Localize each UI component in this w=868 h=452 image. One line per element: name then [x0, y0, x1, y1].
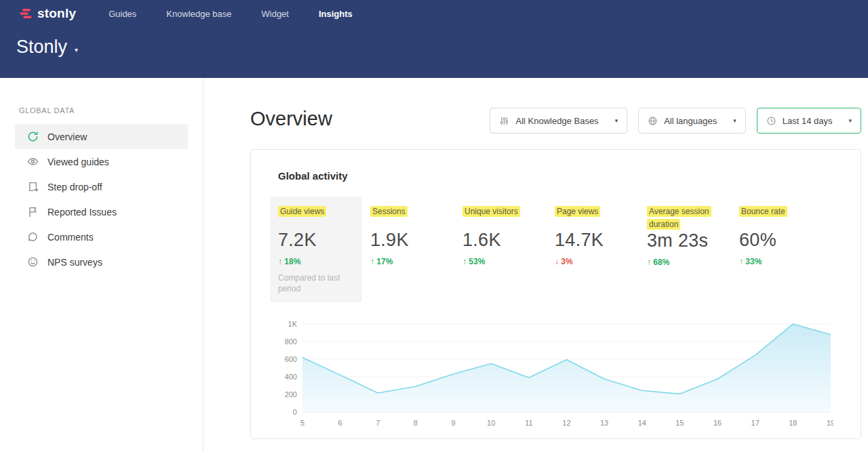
- svg-text:16: 16: [713, 419, 722, 427]
- filter-label: Last 14 days: [783, 116, 833, 126]
- chevron-down-icon: ▾: [848, 117, 852, 124]
- svg-text:800: 800: [285, 337, 297, 346]
- metric-page-views[interactable]: Page views 14.7K ↓ 3%: [547, 197, 639, 274]
- topnav-items: GuidesKnowledge baseWidgetInsights: [108, 9, 353, 19]
- svg-text:10: 10: [487, 419, 495, 427]
- metric-bounce-rate[interactable]: Bounce rate 60% ↑ 33%: [731, 197, 823, 274]
- metric-label: Page views: [555, 206, 600, 217]
- sliders-icon: [499, 116, 509, 126]
- topnav-item-guides[interactable]: Guides: [108, 9, 136, 19]
- svg-text:15: 15: [675, 419, 684, 427]
- trend-arrow-icon: ↑: [278, 257, 282, 266]
- smiley-icon: [27, 256, 39, 268]
- svg-text:5: 5: [300, 419, 304, 427]
- svg-text:0: 0: [293, 408, 297, 416]
- sidebar-item-comments[interactable]: Comments: [15, 224, 188, 249]
- svg-text:12: 12: [562, 419, 570, 427]
- globe-icon: [648, 116, 658, 126]
- sidebar-item-label: Comments: [47, 232, 94, 243]
- activity-area-chart: 02004006008001K5678910111213141516171819: [278, 320, 833, 430]
- main-header-row: Overview All Knowledge Bases ▾ All langu…: [250, 108, 861, 133]
- page-body: GLOBAL DATA Overview Viewed guides Step …: [0, 78, 868, 452]
- trend-arrow-icon: ↑: [647, 258, 651, 267]
- metric-label: Guide views: [278, 206, 326, 217]
- svg-text:19: 19: [827, 419, 833, 427]
- comment-icon: [27, 231, 39, 243]
- page-title: Overview: [250, 108, 332, 130]
- svg-text:9: 9: [452, 419, 456, 427]
- workspace-name: Stonly: [16, 37, 67, 58]
- metric-change: ↑ 33%: [739, 257, 815, 266]
- global-data-section-label: GLOBAL DATA: [0, 106, 203, 115]
- filter-last-14-days[interactable]: Last 14 days ▾: [757, 108, 861, 133]
- metric-label: Average session duration: [647, 206, 711, 230]
- chevron-down-icon: ▾: [733, 117, 736, 124]
- metric-sessions[interactable]: Sessions 1.9K ↑ 17%: [362, 197, 454, 274]
- metric-value: 3m 23s: [647, 230, 723, 251]
- svg-text:17: 17: [751, 419, 760, 427]
- sidebar-item-label: Overview: [47, 131, 87, 142]
- metric-change: ↑ 53%: [462, 257, 538, 266]
- svg-text:13: 13: [600, 419, 608, 427]
- workspace-switcher[interactable]: Stonly ▾: [0, 27, 78, 58]
- metrics-row: Guide views 7.2K ↑ 18% Compared to last …: [270, 197, 833, 302]
- chevron-down-icon: ▾: [615, 117, 618, 124]
- svg-text:11: 11: [525, 419, 532, 427]
- metric-change: ↓ 3%: [555, 257, 631, 266]
- filter-label: All Knowledge Bases: [515, 116, 598, 126]
- sidebar-item-overview[interactable]: Overview: [15, 124, 188, 149]
- svg-text:600: 600: [285, 355, 297, 363]
- metric-value: 7.2K: [278, 230, 354, 251]
- svg-text:400: 400: [285, 373, 297, 381]
- svg-text:6: 6: [338, 419, 342, 427]
- sidebar: GLOBAL DATA Overview Viewed guides Step …: [0, 78, 203, 452]
- metric-value: 60%: [739, 230, 815, 251]
- metric-guide-views[interactable]: Guide views 7.2K ↑ 18% Compared to last …: [270, 197, 362, 302]
- stonly-logo[interactable]: stonly: [19, 6, 76, 21]
- sidebar-item-reported-issues[interactable]: Reported Issues: [15, 199, 188, 224]
- main-content: Overview All Knowledge Bases ▾ All langu…: [203, 78, 868, 452]
- sidebar-item-label: NPS surveys: [47, 257, 102, 268]
- sidebar-items: Overview Viewed guides Step drop-off Rep…: [0, 124, 203, 274]
- metric-label: Sessions: [370, 206, 408, 217]
- clock-icon: [766, 116, 776, 126]
- metric-note: Compared to last period: [278, 272, 349, 294]
- global-activity-card: Global activity Guide views 7.2K ↑ 18% C…: [250, 149, 861, 439]
- metric-change: ↑ 68%: [647, 258, 723, 267]
- sidebar-item-label: Step drop-off: [47, 182, 102, 192]
- step-dropoff-icon: [27, 181, 39, 192]
- metric-change: ↑ 17%: [370, 257, 446, 266]
- sidebar-item-step-drop-off[interactable]: Step drop-off: [15, 174, 188, 199]
- svg-text:18: 18: [789, 419, 797, 427]
- filters: All Knowledge Bases ▾ All languages ▾ La…: [490, 108, 861, 133]
- stonly-logo-icon: [19, 7, 33, 20]
- sidebar-item-nps-surveys[interactable]: NPS surveys: [15, 249, 188, 274]
- filter-all-knowledge-bases[interactable]: All Knowledge Bases ▾: [490, 108, 627, 133]
- metric-unique-visitors[interactable]: Unique visitors 1.6K ↑ 53%: [454, 197, 547, 274]
- top-navigation: stonly GuidesKnowledge baseWidgetInsight…: [0, 0, 868, 27]
- svg-text:14: 14: [638, 419, 646, 427]
- chevron-down-icon: ▾: [75, 46, 78, 54]
- trend-arrow-icon: ↑: [462, 257, 467, 266]
- metric-value: 1.6K: [462, 230, 538, 251]
- filter-label: All languages: [664, 116, 717, 126]
- topnav-item-insights[interactable]: Insights: [319, 9, 353, 19]
- topnav-item-knowledge-base[interactable]: Knowledge base: [166, 9, 231, 19]
- sidebar-item-label: Viewed guides: [47, 157, 109, 167]
- sidebar-item-viewed-guides[interactable]: Viewed guides: [15, 149, 188, 174]
- eye-icon: [27, 156, 39, 167]
- svg-text:1K: 1K: [288, 320, 298, 328]
- metric-average-session-duration[interactable]: Average session duration 3m 23s ↑ 68%: [639, 197, 731, 275]
- metric-label: Bounce rate: [739, 206, 787, 217]
- card-title: Global activity: [278, 170, 833, 182]
- trend-arrow-icon: ↑: [739, 257, 743, 266]
- activity-chart: 02004006008001K5678910111213141516171819: [278, 320, 833, 432]
- topnav-item-widget[interactable]: Widget: [262, 9, 289, 19]
- overview-icon: [27, 131, 39, 142]
- metric-change: ↑ 18%: [278, 257, 354, 266]
- svg-text:200: 200: [285, 390, 297, 398]
- filter-all-languages[interactable]: All languages ▾: [638, 108, 746, 133]
- logo-text: stonly: [37, 6, 76, 21]
- sidebar-item-label: Reported Issues: [47, 207, 117, 218]
- metric-value: 1.9K: [370, 230, 446, 251]
